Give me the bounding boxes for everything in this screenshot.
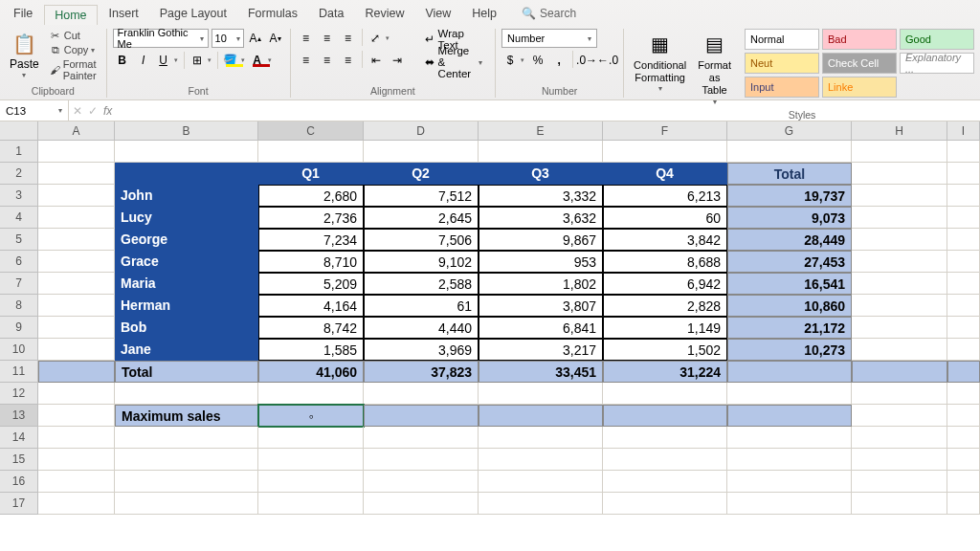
cell[interactable]: [852, 163, 947, 185]
row-header[interactable]: 12: [0, 383, 38, 405]
cell[interactable]: [38, 163, 115, 185]
decrease-decimal-button[interactable]: ←.0: [598, 51, 617, 70]
cell[interactable]: [852, 229, 947, 251]
align-left-button[interactable]: ≡: [297, 51, 316, 70]
cell[interactable]: [364, 493, 479, 515]
cell[interactable]: 6,213: [603, 185, 727, 207]
currency-button[interactable]: $: [501, 51, 526, 70]
cell[interactable]: [947, 185, 980, 207]
increase-decimal-button[interactable]: .0→: [577, 51, 596, 70]
align-top-button[interactable]: ≡: [297, 29, 316, 48]
row-header[interactable]: 14: [0, 427, 38, 449]
cell[interactable]: 28,449: [727, 229, 852, 251]
cell[interactable]: [947, 427, 980, 449]
cell[interactable]: [947, 317, 980, 339]
cell[interactable]: [364, 427, 479, 449]
cell[interactable]: [38, 207, 115, 229]
cell[interactable]: [38, 405, 115, 427]
merge-center-button[interactable]: ⬌Merge & Center▾: [418, 52, 490, 73]
row-header[interactable]: 16: [0, 471, 38, 493]
cell[interactable]: [38, 471, 115, 493]
cell[interactable]: [38, 229, 115, 251]
cell[interactable]: 8,710: [258, 251, 364, 273]
cell[interactable]: 31,224: [603, 361, 727, 383]
cell[interactable]: Q3: [479, 163, 603, 185]
row-header[interactable]: 13: [0, 405, 38, 427]
cell[interactable]: [364, 449, 479, 471]
cell[interactable]: [852, 405, 947, 427]
cell[interactable]: [852, 449, 947, 471]
cell[interactable]: [852, 207, 947, 229]
cell[interactable]: [727, 141, 852, 163]
cell[interactable]: [852, 339, 947, 361]
cell[interactable]: [852, 273, 947, 295]
cell[interactable]: [364, 141, 479, 163]
cell[interactable]: [852, 427, 947, 449]
italic-button[interactable]: I: [134, 51, 153, 70]
cell[interactable]: [727, 493, 852, 515]
style-neutral[interactable]: Neut: [745, 53, 819, 74]
cell[interactable]: [38, 449, 115, 471]
style-check-cell[interactable]: Check Cell: [822, 53, 897, 74]
cell[interactable]: [115, 471, 258, 493]
increase-indent-button[interactable]: ⇥: [388, 51, 407, 70]
cell[interactable]: Q1: [258, 163, 364, 185]
cell[interactable]: [727, 471, 852, 493]
cell[interactable]: 4,164: [258, 295, 364, 317]
tab-formulas[interactable]: Formulas: [238, 4, 307, 23]
cell[interactable]: 3,842: [603, 229, 727, 251]
style-explanatory[interactable]: Explanatory ...: [900, 53, 974, 74]
cut-button[interactable]: ✂Cut: [47, 29, 100, 42]
cancel-icon[interactable]: ✕: [73, 104, 82, 118]
cell[interactable]: 21,172: [727, 317, 852, 339]
align-bottom-button[interactable]: ≡: [339, 29, 358, 48]
style-good[interactable]: Good: [900, 29, 974, 50]
cell[interactable]: 7,234: [258, 229, 364, 251]
cell[interactable]: [603, 405, 727, 427]
cell[interactable]: [947, 251, 980, 273]
format-painter-button[interactable]: 🖌Format Painter: [47, 57, 100, 82]
cell[interactable]: 37,823: [364, 361, 479, 383]
cell[interactable]: Maria: [115, 273, 258, 295]
font-size-dropdown[interactable]: 10▾: [212, 29, 244, 48]
cell[interactable]: 2,680: [258, 185, 364, 207]
cell[interactable]: [603, 383, 727, 405]
row-header[interactable]: 5: [0, 229, 38, 251]
row-header[interactable]: 17: [0, 493, 38, 515]
cell[interactable]: [38, 493, 115, 515]
row-header[interactable]: 3: [0, 185, 38, 207]
cell[interactable]: [947, 383, 980, 405]
cell[interactable]: Total: [727, 163, 852, 185]
row-header[interactable]: 7: [0, 273, 38, 295]
cell[interactable]: [38, 295, 115, 317]
font-name-dropdown[interactable]: Franklin Gothic Me▾: [113, 29, 209, 48]
cell[interactable]: [947, 229, 980, 251]
cell[interactable]: 9,073: [727, 207, 852, 229]
fx-icon[interactable]: fx: [103, 104, 112, 118]
cell[interactable]: [258, 427, 364, 449]
font-color-button[interactable]: A: [249, 51, 274, 70]
cell[interactable]: [38, 141, 115, 163]
cell[interactable]: [364, 471, 479, 493]
row-header[interactable]: 2: [0, 163, 38, 185]
cell[interactable]: [38, 273, 115, 295]
cell[interactable]: 953: [479, 251, 603, 273]
cell[interactable]: [258, 493, 364, 515]
cell[interactable]: [479, 405, 603, 427]
orientation-button[interactable]: ⤢: [367, 29, 391, 48]
cell[interactable]: 2,828: [603, 295, 727, 317]
cell[interactable]: [947, 449, 980, 471]
enter-icon[interactable]: ✓: [88, 104, 98, 118]
cell[interactable]: [38, 317, 115, 339]
cell[interactable]: [479, 493, 603, 515]
col-header[interactable]: F: [603, 121, 727, 140]
cell[interactable]: [603, 427, 727, 449]
cell[interactable]: 1,502: [603, 339, 727, 361]
style-bad[interactable]: Bad: [822, 29, 897, 50]
cell[interactable]: 2,736: [258, 207, 364, 229]
align-right-button[interactable]: ≡: [339, 51, 358, 70]
row-header[interactable]: 11: [0, 361, 38, 383]
cell[interactable]: Grace: [115, 251, 258, 273]
cell[interactable]: John: [115, 185, 258, 207]
tab-insert[interactable]: Insert: [100, 4, 148, 23]
